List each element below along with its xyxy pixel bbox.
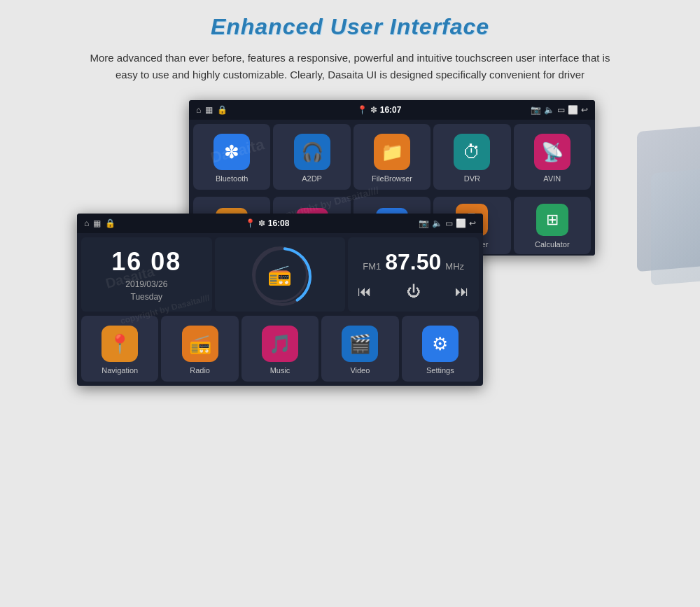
- screen-bottom: Dasaita copyright by Dasaita//// ⌂ ▦ 🔒 📍…: [77, 214, 483, 386]
- bt-icon-b: ✽: [258, 218, 265, 228]
- settings-icon-circle: ⚙: [422, 326, 458, 362]
- calculator-icon: ⊞: [546, 211, 559, 229]
- right-decoration2: [651, 167, 700, 286]
- app-avin[interactable]: 📡 AVIN: [514, 124, 591, 190]
- video-icon-circle: 🎬: [342, 326, 378, 362]
- app-filebrowser[interactable]: 📁 FileBrowser: [354, 124, 430, 190]
- app-grid-row1: ✽ Bluetooth 🎧 A2DP 📁 FileBrowser ⏱: [189, 120, 595, 194]
- video-icon: 🎬: [349, 333, 371, 355]
- back-icon-b: ↩: [469, 218, 476, 228]
- app-calculator[interactable]: ⊞ Calculator: [514, 197, 591, 254]
- camera-icon-b: 📷: [419, 218, 429, 228]
- avin-icon-circle: 📡: [534, 134, 570, 170]
- tab-icon-top: ⬜: [568, 105, 578, 115]
- app-bluetooth[interactable]: ✽ Bluetooth: [193, 124, 270, 190]
- home-apps-row: 📍 Navigation 📻 Radio 🎵 Music 🎬: [77, 314, 483, 386]
- app-a2dp-label: A2DP: [302, 174, 322, 183]
- image-icon-b: ▦: [93, 218, 101, 228]
- camera-icon-top: 📷: [531, 105, 541, 115]
- tab-icon-b: ⬜: [456, 218, 466, 228]
- location-icon: 📍: [357, 105, 368, 115]
- home-icon: ⌂: [196, 105, 201, 115]
- app-bluetooth-label: Bluetooth: [216, 174, 248, 183]
- fm-cell: FM1 87.50 MHz ⏮ ⏻ ⏭: [348, 237, 479, 312]
- fm-controls: ⏮ ⏻ ⏭: [358, 284, 469, 300]
- a2dp-icon: 🎧: [301, 141, 323, 163]
- app-video[interactable]: 🎬 Video: [321, 316, 398, 382]
- app-radio[interactable]: 📻 Radio: [161, 316, 238, 382]
- win-icon-top: ▭: [557, 105, 565, 115]
- settings-icon: ⚙: [432, 333, 448, 355]
- navigation-icon: 📍: [108, 333, 131, 355]
- filebrowser-icon: 📁: [381, 141, 403, 163]
- page-title: Enhanced User Interface: [211, 14, 489, 40]
- location-icon-b: 📍: [245, 218, 255, 228]
- status-left-top: ⌂ ▦ 🔒: [196, 105, 227, 115]
- status-bar-bottom: ⌂ ▦ 🔒 📍 ✽ 16:08 📷 🔈 ▭ ⬜ ↩: [77, 214, 483, 233]
- app-music[interactable]: 🎵 Music: [241, 316, 318, 382]
- next-track-button[interactable]: ⏭: [455, 284, 469, 300]
- bluetooth-icon: ✽: [224, 141, 239, 163]
- radio-dial-cell: 📻: [215, 237, 346, 312]
- app-dvr[interactable]: ⏱ DVR: [433, 124, 510, 190]
- bt-icon: ✽: [370, 105, 377, 115]
- radio-icon: 📻: [189, 333, 211, 355]
- image-icon: ▦: [205, 105, 213, 115]
- app-video-label: Video: [350, 366, 370, 375]
- app-navigation-label: Navigation: [102, 366, 138, 375]
- app-settings-label: Settings: [426, 366, 454, 375]
- app-music-label: Music: [270, 366, 290, 375]
- lock-icon-b: 🔒: [105, 218, 115, 228]
- fm-frequency: 87.50: [385, 249, 441, 275]
- bluetooth-icon-circle: ✽: [214, 134, 250, 170]
- music-icon: 🎵: [269, 333, 291, 355]
- music-icon-circle: 🎵: [262, 326, 298, 362]
- app-avin-label: AVIN: [543, 174, 561, 183]
- fm-band: FM1: [363, 261, 381, 272]
- app-settings[interactable]: ⚙ Settings: [402, 316, 479, 382]
- app-a2dp[interactable]: 🎧 A2DP: [273, 124, 350, 190]
- app-filebrowser-label: FileBrowser: [372, 174, 412, 183]
- clock-time: 16 08: [111, 247, 181, 277]
- vol-icon-top: 🔈: [544, 105, 554, 115]
- filebrowser-icon-circle: 📁: [374, 134, 410, 170]
- power-button[interactable]: ⏻: [407, 284, 421, 300]
- lock-icon: 🔒: [217, 105, 227, 115]
- status-right-bottom: 📷 🔈 ▭ ⬜ ↩: [419, 218, 476, 228]
- a2dp-icon-circle: 🎧: [294, 134, 330, 170]
- back-icon-top: ↩: [581, 105, 588, 115]
- app-calculator-label: Calculator: [535, 240, 570, 249]
- clock-date: 2019/03/26: [125, 279, 167, 289]
- app-radio-label: Radio: [190, 366, 210, 375]
- status-time-top: 16:07: [380, 105, 402, 115]
- clock-day: Tuesday: [131, 292, 163, 302]
- status-center-bottom: 📍 ✽ 16:08: [245, 218, 290, 228]
- prev-track-button[interactable]: ⏮: [358, 284, 372, 300]
- status-time-bottom: 16:08: [268, 218, 290, 228]
- status-bar-top: ⌂ ▦ 🔒 📍 ✽ 16:07 📷 🔈 ▭ ⬜ ↩: [189, 100, 595, 120]
- home-icon-b: ⌂: [84, 218, 89, 228]
- win-icon-b: ▭: [445, 218, 453, 228]
- clock-cell: 16 08 2019/03/26 Tuesday: [81, 237, 212, 312]
- home-top-row: 16 08 2019/03/26 Tuesday 📻 FM1 87.: [77, 233, 483, 314]
- vol-icon-b: 🔈: [432, 218, 442, 228]
- screens-container: Dasaita copyright by Dasaita//// ⌂ ▦ 🔒 📍…: [77, 100, 623, 386]
- status-center-top: 📍 ✽ 16:07: [357, 105, 402, 115]
- page-subtitle: More advanced than ever before, features…: [84, 50, 616, 83]
- fm-unit: MHz: [445, 261, 464, 272]
- status-right-top: 📷 🔈 ▭ ⬜ ↩: [531, 105, 588, 115]
- app-navigation[interactable]: 📍 Navigation: [81, 316, 158, 382]
- dial-arc-svg: [251, 246, 313, 307]
- dvr-icon-circle: ⏱: [454, 134, 490, 170]
- app-dvr-label: DVR: [464, 174, 480, 183]
- status-left-bottom: ⌂ ▦ 🔒: [84, 218, 115, 228]
- dvr-icon: ⏱: [463, 141, 481, 163]
- fm-top-row: FM1 87.50 MHz: [363, 249, 464, 275]
- radio-dial: 📻: [252, 246, 308, 302]
- radio-icon-circle: 📻: [182, 326, 218, 362]
- navigation-icon-circle: 📍: [102, 326, 138, 362]
- avin-icon: 📡: [541, 141, 564, 163]
- calculator-icon-circle: ⊞: [536, 204, 568, 236]
